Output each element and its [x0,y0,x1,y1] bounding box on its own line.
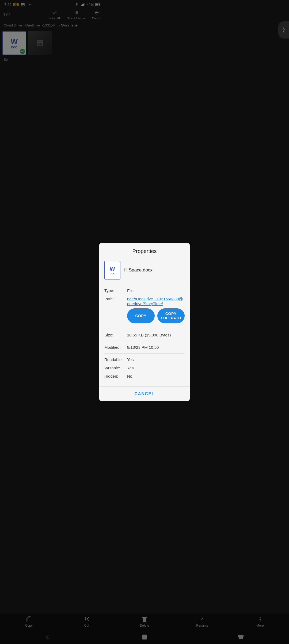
properties-dialog: Properties W DOC Ill Space.docx Type: Fi… [99,243,104,289]
dialog-file-row: W DOC Ill Space.docx [99,258,104,284]
dialog-title: Properties [99,243,104,258]
dialog-overlay[interactable] [0,0,104,289]
dialog-content: Type: File Path: net://OneDrive_-1331560… [99,284,104,289]
